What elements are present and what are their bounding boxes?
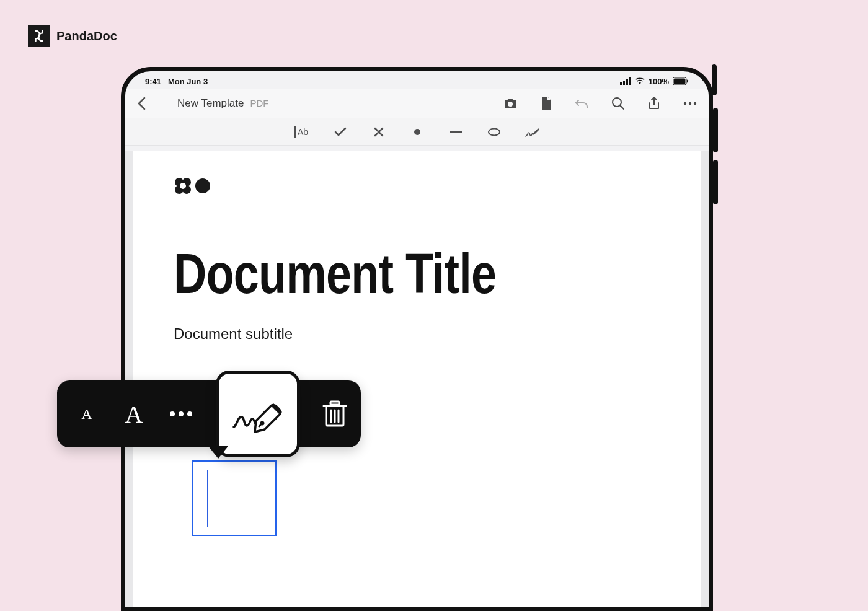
signature-button[interactable] [216,371,300,457]
wifi-icon [635,77,645,85]
dot-tool[interactable] [409,123,426,141]
svg-point-25 [195,178,210,193]
camera-button[interactable] [498,91,523,116]
trash-icon [322,400,347,428]
svg-point-17 [414,129,420,135]
text-field-tool[interactable]: Ab [293,123,311,141]
document-subtitle[interactable]: Document subtitle [174,325,293,343]
signature-nib-icon [230,392,286,436]
document-header-logo [174,177,211,195]
svg-line-9 [621,105,624,109]
line-tool[interactable] [447,123,464,141]
search-button[interactable] [606,91,631,116]
status-date: Mon Jun 3 [168,77,208,86]
signature-pen-icon [525,126,541,138]
check-tool[interactable] [332,123,349,141]
signature-field[interactable] [192,460,277,536]
dot-icon [414,128,421,136]
document-title[interactable]: Document Title [174,242,496,306]
signature-cursor [207,470,208,527]
svg-rect-30 [330,402,339,405]
x-icon [374,127,384,137]
status-right: 100% [620,77,689,86]
check-icon [334,127,347,137]
status-bar: 9:41 Mon Jun 3 100% [125,71,709,89]
brand-name: PandaDoc [56,29,117,43]
svg-rect-6 [687,80,688,83]
brand-mark-icon [28,25,50,47]
circle-icon [195,178,211,194]
document-icon [541,97,552,110]
undo-icon [575,97,590,110]
cellular-icon [620,77,631,85]
text-cursor-icon: Ab [293,126,311,138]
dot-icon [187,411,192,416]
navigation-bar: New Template PDF [125,89,709,118]
svg-rect-0 [620,82,622,85]
svg-rect-3 [629,77,631,85]
svg-rect-1 [623,81,625,85]
font-size-increase-button[interactable]: A [119,399,149,429]
svg-point-7 [508,102,513,107]
search-icon [611,97,625,110]
more-button[interactable] [678,91,702,116]
svg-rect-2 [626,79,628,85]
document-button[interactable] [534,91,559,116]
svg-point-10 [684,102,686,104]
context-toolbar: A A [57,380,361,447]
camera-icon [503,97,518,110]
document-canvas[interactable]: Document Title Document subtitle [125,151,709,607]
share-icon [648,96,660,111]
share-button[interactable] [642,91,666,116]
battery-icon [673,77,689,85]
svg-point-19 [489,128,500,135]
status-left: 9:41 Mon Jun 3 [145,77,208,86]
letter-a-large-icon: A [125,400,143,429]
chevron-left-icon [137,97,146,110]
oval-tool[interactable] [485,123,503,141]
battery-percent: 100% [649,77,669,86]
svg-point-12 [694,102,696,104]
clover-icon [174,177,192,195]
undo-button[interactable] [570,91,595,116]
tablet-volume-down [713,160,718,204]
nav-title: New Template [177,97,244,110]
tablet-volume-up [713,108,718,152]
tablet-frame: 9:41 Mon Jun 3 100% New Template PDF [121,67,713,611]
x-tool[interactable] [370,123,388,141]
delete-button[interactable] [320,399,350,429]
dot-icon [170,411,175,416]
svg-rect-5 [674,79,686,84]
back-button[interactable] [129,97,154,110]
svg-text:Ab: Ab [298,127,308,137]
line-icon [450,131,462,133]
svg-point-24 [180,183,186,189]
field-toolbar: Ab [125,118,709,146]
nav-title-wrap: New Template PDF [177,97,268,110]
oval-icon [487,128,501,136]
svg-point-11 [689,102,691,104]
signature-tool[interactable] [524,123,541,141]
more-horizontal-icon [683,102,697,105]
context-more-button[interactable] [166,399,196,429]
letter-a-small-icon: A [81,406,92,423]
brand-logo: PandaDoc [28,25,117,47]
dot-icon [179,411,184,416]
status-time: 9:41 [145,77,161,86]
nav-subtitle: PDF [250,98,268,108]
font-size-decrease-button[interactable]: A [72,399,102,429]
